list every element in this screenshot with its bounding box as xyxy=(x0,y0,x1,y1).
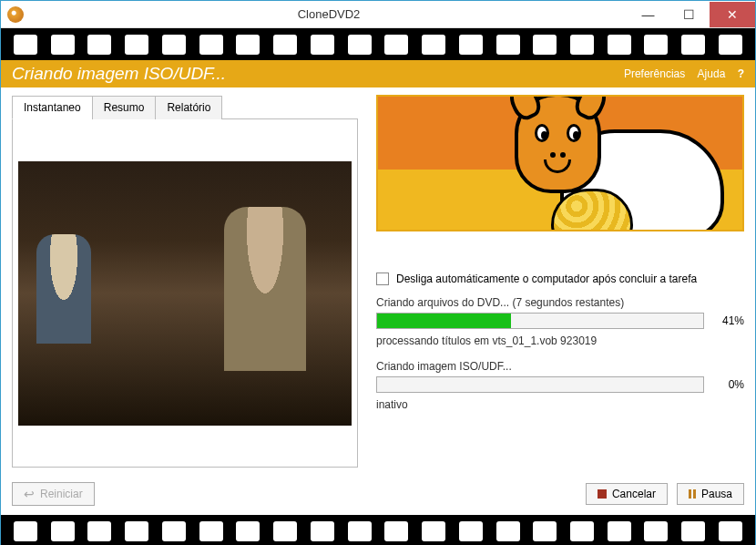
close-button[interactable]: ✕ xyxy=(710,2,755,27)
left-column: Instantaneo Resumo Relatório xyxy=(12,95,358,468)
filmstrip-top xyxy=(1,28,755,60)
right-column: Desliga automáticamente o computador apó… xyxy=(376,95,744,468)
progress2-label: Criando imagem ISO/UDF... xyxy=(376,360,744,373)
video-preview xyxy=(18,161,352,426)
maximize-button[interactable]: ☐ xyxy=(669,2,710,27)
progress1-fill xyxy=(377,314,511,328)
tab-snapshot[interactable]: Instantaneo xyxy=(12,96,93,119)
cancel-button[interactable]: Cancelar xyxy=(586,483,668,505)
app-icon xyxy=(7,6,24,23)
tab-bar: Instantaneo Resumo Relatório xyxy=(12,95,358,119)
tab-summary[interactable]: Resumo xyxy=(92,96,157,119)
progress2-status: inativo xyxy=(376,398,744,411)
banner-links: Preferências Ajuda ? xyxy=(615,67,744,80)
window-controls: — ☐ ✕ xyxy=(628,2,755,27)
minimize-button[interactable]: — xyxy=(628,2,669,27)
shutdown-row: Desliga automáticamente o computador apó… xyxy=(376,272,744,285)
help-icon[interactable]: ? xyxy=(738,67,744,80)
prefs-link[interactable]: Preferências xyxy=(624,67,685,80)
app-window: CloneDVD2 — ☐ ✕ Criando imagem ISO/UDF..… xyxy=(0,0,756,545)
filmstrip-bottom xyxy=(1,515,755,545)
shutdown-checkbox[interactable] xyxy=(376,272,389,285)
progress2-bar xyxy=(376,376,704,393)
tab-content xyxy=(12,119,358,468)
titlebar: CloneDVD2 — ☐ ✕ xyxy=(1,1,755,28)
shutdown-label: Desliga automáticamente o computador apó… xyxy=(396,272,697,285)
banner: Criando imagem ISO/UDF... Preferências A… xyxy=(1,60,755,87)
content-area: Criando imagem ISO/UDF... Preferências A… xyxy=(1,60,755,515)
restart-icon: ↩ xyxy=(24,487,35,501)
progress1-percent: 41% xyxy=(713,314,744,327)
window-title: CloneDVD2 xyxy=(30,7,628,21)
progress2-percent: 0% xyxy=(713,378,744,391)
progress1-status: processando títulos em vts_01_1.vob 9230… xyxy=(376,334,744,347)
footer: ↩ Reiniciar Cancelar Pausa xyxy=(1,477,755,515)
pause-button[interactable]: Pausa xyxy=(677,483,744,505)
controls-area: Desliga automáticamente o computador apó… xyxy=(376,272,744,411)
progress1-bar xyxy=(376,313,704,329)
restart-button: ↩ Reiniciar xyxy=(12,482,95,506)
mascot-box xyxy=(376,95,744,231)
tab-report[interactable]: Relatório xyxy=(155,96,222,119)
progress1-label: Criando arquivos do DVD... (7 segundos r… xyxy=(376,296,744,309)
pause-icon xyxy=(689,489,696,499)
stop-icon xyxy=(598,489,607,499)
banner-title: Criando imagem ISO/UDF... xyxy=(12,64,615,84)
help-link[interactable]: Ajuda xyxy=(698,67,726,80)
